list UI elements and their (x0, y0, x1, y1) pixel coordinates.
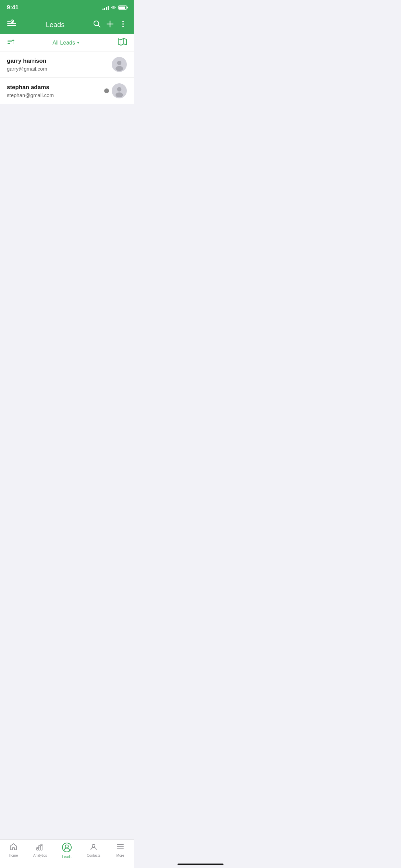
filter-bar: All Leads ▼ (0, 34, 134, 51)
overflow-menu-icon[interactable] (119, 20, 127, 29)
svg-marker-16 (118, 38, 126, 45)
chevron-down-icon: ▼ (76, 41, 80, 45)
lead-name: garry harrison (7, 58, 112, 64)
svg-point-24 (116, 93, 123, 98)
list-item[interactable]: garry harrison garry@gmail.com (0, 51, 134, 78)
lead-info: garry harrison garry@gmail.com (7, 58, 112, 72)
avatar (112, 83, 127, 98)
nav-bar: Leads (0, 15, 134, 34)
battery-icon (118, 5, 127, 10)
svg-point-9 (122, 21, 124, 22)
sort-icon[interactable] (7, 38, 14, 47)
lead-email: garry@gmail.com (7, 66, 112, 72)
nav-title: Leads (17, 21, 93, 29)
filter-dropdown[interactable]: All Leads ▼ (52, 40, 80, 46)
lead-info: stephan adams stephan@gmail.com (7, 84, 112, 98)
drag-handle[interactable] (104, 88, 109, 93)
svg-point-23 (117, 87, 122, 92)
svg-line-6 (98, 25, 100, 27)
lead-email: stephan@gmail.com (7, 92, 112, 98)
svg-point-20 (117, 61, 122, 65)
svg-point-10 (122, 23, 124, 25)
add-icon[interactable] (106, 20, 114, 29)
map-icon[interactable] (118, 38, 127, 48)
status-bar: 9:41 (0, 0, 134, 15)
nav-left (7, 20, 17, 30)
svg-point-11 (122, 26, 124, 27)
status-icons (102, 5, 127, 10)
nav-actions (93, 20, 127, 29)
lead-name: stephan adams (7, 84, 112, 91)
search-icon[interactable] (93, 20, 101, 29)
signal-icon (102, 5, 109, 10)
leads-list: garry harrison garry@gmail.com stephan a… (0, 51, 134, 104)
status-time: 9:41 (7, 4, 19, 11)
avatar (112, 57, 127, 72)
settings-icon[interactable] (7, 20, 17, 30)
svg-point-4 (12, 21, 13, 22)
list-item[interactable]: stephan adams stephan@gmail.com (0, 78, 134, 104)
empty-content-area (0, 104, 134, 344)
wifi-icon (111, 5, 116, 10)
svg-point-21 (116, 66, 123, 71)
